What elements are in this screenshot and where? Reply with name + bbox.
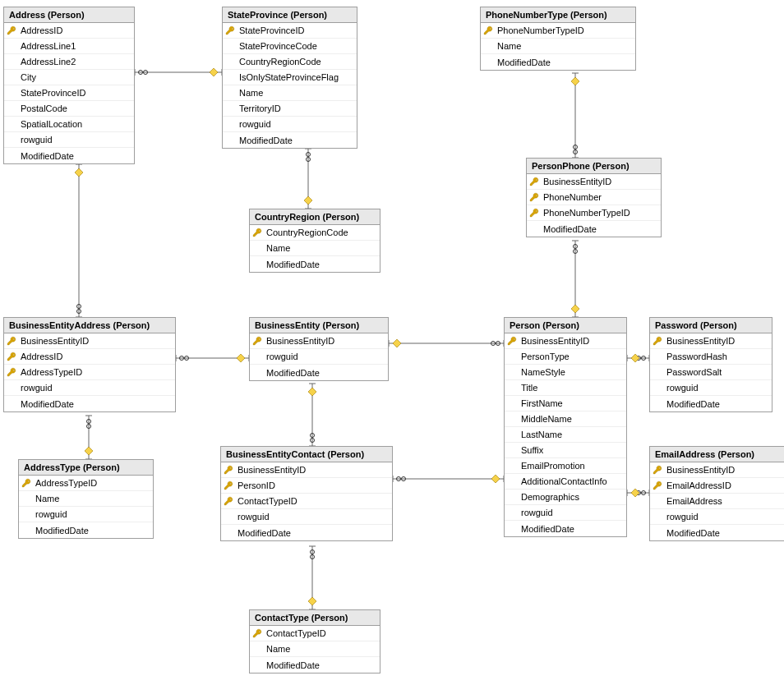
entity-header[interactable]: BusinessEntityAddress (Person) (4, 318, 175, 333)
column-row[interactable]: BusinessEntityID (505, 333, 626, 349)
column-row[interactable]: StateProvinceID (223, 23, 357, 39)
column-row[interactable]: PhoneNumberTypeID (527, 205, 661, 221)
column-row[interactable]: Name (19, 491, 153, 507)
column-row[interactable]: ContactTypeID (221, 494, 392, 509)
column-row[interactable]: ContactTypeID (250, 626, 380, 641)
entity-header[interactable]: CountryRegion (Person) (250, 209, 380, 225)
column-row[interactable]: ModifiedDate (250, 365, 388, 380)
column-row[interactable]: ModifiedDate (221, 525, 392, 540)
column-row[interactable]: ModifiedDate (527, 221, 661, 237)
column-row[interactable]: BusinessEntityID (250, 333, 388, 349)
entity-BusinessEntityAddress[interactable]: BusinessEntityAddress (Person)BusinessEn… (3, 317, 176, 412)
column-row[interactable]: rowguid (4, 132, 134, 148)
column-row[interactable]: EmailAddressID (650, 478, 784, 494)
column-row[interactable]: EmailAddress (650, 494, 784, 509)
column-row[interactable]: rowguid (4, 380, 175, 396)
column-row[interactable]: BusinessEntityID (221, 462, 392, 478)
entity-StateProvince[interactable]: StateProvince (Person)StateProvinceIDSta… (222, 7, 357, 149)
column-row[interactable]: rowguid (19, 507, 153, 522)
entity-header[interactable]: ContactType (Person) (250, 610, 380, 626)
column-row[interactable]: ModifiedDate (650, 396, 772, 411)
entity-PhoneNumberType[interactable]: PhoneNumberType (Person)PhoneNumberTypeI… (480, 7, 636, 71)
column-row[interactable]: Name (223, 85, 357, 101)
column-row[interactable]: ModifiedDate (223, 132, 357, 148)
column-row[interactable]: PersonType (505, 349, 626, 365)
column-row[interactable]: rowguid (221, 509, 392, 525)
column-row[interactable]: LastName (505, 427, 626, 443)
column-row[interactable]: CountryRegionCode (250, 225, 380, 241)
column-row[interactable]: AddressID (4, 23, 134, 39)
entity-header[interactable]: StateProvince (Person) (223, 7, 357, 23)
column-row[interactable]: ModifiedDate (481, 54, 635, 70)
column-row[interactable]: PostalCode (4, 101, 134, 117)
entity-header[interactable]: Address (Person) (4, 7, 134, 23)
column-row[interactable]: BusinessEntityID (527, 174, 661, 190)
entity-AddressType[interactable]: AddressType (Person)AddressTypeIDNamerow… (18, 459, 154, 539)
relationship-Person-EmailAddress (627, 489, 649, 497)
column-row[interactable]: AddressTypeID (4, 365, 175, 380)
column-row[interactable]: NameStyle (505, 365, 626, 380)
primary-key-cell (221, 496, 236, 506)
entity-header[interactable]: Person (Person) (505, 318, 626, 333)
column-row[interactable]: Demographics (505, 490, 626, 505)
entity-CountryRegion[interactable]: CountryRegion (Person)CountryRegionCodeN… (249, 209, 380, 273)
column-row[interactable]: ModifiedDate (19, 522, 153, 538)
entity-header[interactable]: EmailAddress (Person) (650, 447, 784, 462)
column-row[interactable]: BusinessEntityID (650, 333, 772, 349)
column-row[interactable]: CountryRegionCode (223, 54, 357, 70)
column-row[interactable]: rowguid (650, 509, 784, 525)
column-row[interactable]: Name (250, 641, 380, 657)
column-row[interactable]: StateProvinceID (4, 85, 134, 101)
column-row[interactable]: Name (481, 39, 635, 54)
entity-BusinessEntity[interactable]: BusinessEntity (Person)BusinessEntityIDr… (249, 317, 389, 381)
entity-EmailAddress[interactable]: EmailAddress (Person)BusinessEntityIDEma… (649, 446, 784, 541)
column-name: City (19, 72, 36, 82)
entity-ContactType[interactable]: ContactType (Person)ContactTypeIDNameMod… (249, 609, 380, 674)
column-row[interactable]: ModifiedDate (505, 521, 626, 536)
column-row[interactable]: PasswordHash (650, 349, 772, 365)
column-row[interactable]: PhoneNumberTypeID (481, 23, 635, 39)
column-row[interactable]: TerritoryID (223, 101, 357, 117)
column-row[interactable]: FirstName (505, 396, 626, 411)
column-row[interactable]: BusinessEntityID (650, 462, 784, 478)
column-row[interactable]: Suffix (505, 443, 626, 458)
entity-header[interactable]: BusinessEntity (Person) (250, 318, 388, 333)
entity-header[interactable]: BusinessEntityContact (Person) (221, 447, 392, 462)
entity-BusinessEntityContact[interactable]: BusinessEntityContact (Person)BusinessEn… (220, 446, 393, 541)
column-row[interactable]: SpatialLocation (4, 117, 134, 132)
column-row[interactable]: ModifiedDate (250, 256, 380, 272)
column-row[interactable]: AddressLine1 (4, 39, 134, 54)
column-row[interactable]: AddressID (4, 349, 175, 365)
column-row[interactable]: AddressTypeID (19, 476, 153, 491)
column-row[interactable]: rowguid (650, 380, 772, 396)
relationship-BusinessEntity-Person (389, 339, 504, 347)
column-row[interactable]: BusinessEntityID (4, 333, 175, 349)
entity-header[interactable]: PhoneNumberType (Person) (481, 7, 635, 23)
column-row[interactable]: PhoneNumber (527, 190, 661, 205)
column-row[interactable]: Title (505, 380, 626, 396)
column-row[interactable]: ModifiedDate (4, 396, 175, 411)
entity-PersonPhone[interactable]: PersonPhone (Person)BusinessEntityIDPhon… (526, 158, 662, 237)
column-row[interactable]: IsOnlyStateProvinceFlag (223, 70, 357, 85)
column-row[interactable]: AddressLine2 (4, 54, 134, 70)
column-row[interactable]: StateProvinceCode (223, 39, 357, 54)
column-row[interactable]: PersonID (221, 478, 392, 494)
column-row[interactable]: AdditionalContactInfo (505, 474, 626, 490)
column-row[interactable]: rowguid (250, 349, 388, 365)
column-row[interactable]: ModifiedDate (250, 657, 380, 673)
column-row[interactable]: PasswordSalt (650, 365, 772, 380)
entity-header[interactable]: Password (Person) (650, 318, 772, 333)
column-row[interactable]: EmailPromotion (505, 458, 626, 474)
entity-header[interactable]: PersonPhone (Person) (527, 159, 661, 174)
column-row[interactable]: Name (250, 241, 380, 256)
column-row[interactable]: rowguid (223, 117, 357, 132)
entity-Password[interactable]: Password (Person)BusinessEntityIDPasswor… (649, 317, 772, 412)
entity-header[interactable]: AddressType (Person) (19, 460, 153, 476)
column-row[interactable]: MiddleName (505, 411, 626, 427)
column-row[interactable]: ModifiedDate (4, 148, 134, 163)
entity-Address[interactable]: Address (Person)AddressIDAddressLine1Add… (3, 7, 135, 164)
column-row[interactable]: rowguid (505, 505, 626, 521)
column-row[interactable]: ModifiedDate (650, 525, 784, 540)
column-row[interactable]: City (4, 70, 134, 85)
entity-Person[interactable]: Person (Person)BusinessEntityIDPersonTyp… (504, 317, 627, 537)
